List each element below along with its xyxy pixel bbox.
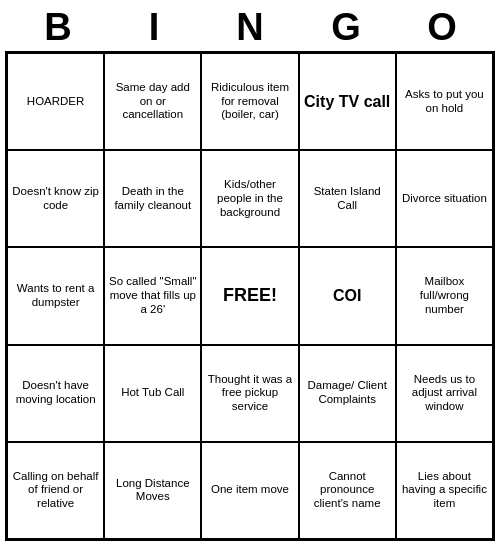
letter-o: O <box>398 6 486 49</box>
bingo-cell-7[interactable]: Kids/other people in the background <box>201 150 298 247</box>
bingo-cell-15[interactable]: Doesn't have moving location <box>7 345 104 442</box>
bingo-cell-18[interactable]: Damage/ Client Complaints <box>299 345 396 442</box>
bingo-cell-13[interactable]: COI <box>299 247 396 344</box>
bingo-cell-16[interactable]: Hot Tub Call <box>104 345 201 442</box>
bingo-cell-10[interactable]: Wants to rent a dumpster <box>7 247 104 344</box>
bingo-cell-5[interactable]: Doesn't know zip code <box>7 150 104 247</box>
letter-i: I <box>110 6 198 49</box>
bingo-cell-17[interactable]: Thought it was a free pickup service <box>201 345 298 442</box>
bingo-cell-8[interactable]: Staten Island Call <box>299 150 396 247</box>
bingo-title-row: B I N G O <box>10 0 490 51</box>
letter-n: N <box>206 6 294 49</box>
bingo-cell-3[interactable]: City TV call <box>299 53 396 150</box>
bingo-cell-0[interactable]: HOARDER <box>7 53 104 150</box>
bingo-cell-4[interactable]: Asks to put you on hold <box>396 53 493 150</box>
bingo-cell-12[interactable]: FREE! <box>201 247 298 344</box>
bingo-cell-2[interactable]: Ridiculous item for removal (boiler, car… <box>201 53 298 150</box>
bingo-cell-14[interactable]: Mailbox full/wrong number <box>396 247 493 344</box>
bingo-cell-21[interactable]: Long Distance Moves <box>104 442 201 539</box>
bingo-cell-23[interactable]: Cannot pronounce client's name <box>299 442 396 539</box>
letter-g: G <box>302 6 390 49</box>
bingo-cell-9[interactable]: Divorce situation <box>396 150 493 247</box>
bingo-cell-22[interactable]: One item move <box>201 442 298 539</box>
bingo-grid: HOARDERSame day add on or cancellationRi… <box>5 51 495 541</box>
letter-b: B <box>14 6 102 49</box>
bingo-cell-6[interactable]: Death in the family cleanout <box>104 150 201 247</box>
bingo-cell-24[interactable]: Lies about having a specific item <box>396 442 493 539</box>
bingo-cell-11[interactable]: So called "Small" move that fills up a 2… <box>104 247 201 344</box>
bingo-cell-19[interactable]: Needs us to adjust arrival window <box>396 345 493 442</box>
bingo-cell-20[interactable]: Calling on behalf of friend or relative <box>7 442 104 539</box>
bingo-cell-1[interactable]: Same day add on or cancellation <box>104 53 201 150</box>
